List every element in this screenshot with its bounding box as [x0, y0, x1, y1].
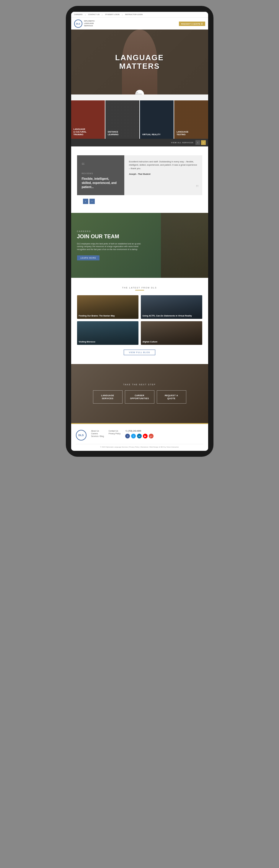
footer-contact-link[interactable]: Contact Us: [108, 430, 120, 432]
service-card-distance-learning[interactable]: DISTANCELEARNING: [105, 100, 140, 139]
service-card-virtual-reality[interactable]: VIRTUAL REALITY: [140, 100, 174, 139]
header-right: REQUEST A QUOTE ☰: [179, 22, 205, 26]
careers-description: DLS employees enjoy the best perks of bo…: [77, 242, 142, 251]
footer-logo: DLS: [76, 430, 87, 440]
request-quote-button[interactable]: REQUEST A QUOTE ☰: [179, 22, 205, 26]
reviews-section: “ REVIEWS Flexible, intelligent, skilled…: [71, 147, 208, 213]
social-facebook-icon[interactable]: f: [125, 434, 130, 438]
footer-logo-circle: DLS: [76, 430, 87, 440]
cta-cards: LANGUAGESERVICES CAREEROPPORTUNITIES REQ…: [93, 390, 186, 404]
blog-card-3[interactable]: Visiting Morocco: [77, 321, 138, 345]
cta-label: TAKE THE NEXT STEP: [123, 383, 156, 385]
footer-careers-link[interactable]: Careers: [91, 433, 104, 435]
review-author: Joseph - Thai Student: [129, 173, 197, 175]
view-full-blog-button[interactable]: VIEW FULL BLOG: [124, 349, 155, 355]
footer-col-about: About Us Careers Services / Blog: [91, 430, 104, 438]
blog-card-title-3: Visiting Morocco: [79, 340, 95, 343]
social-icons: f t in ▶ g+: [125, 434, 154, 438]
blog-card-title-2: Using ACTFL Can-Do Statements in Virtual…: [143, 314, 192, 317]
footer-top: DLS About Us Careers Services / Blog Con…: [76, 430, 204, 440]
review-navigation: ‹ ›: [77, 199, 202, 204]
review-container: “ REVIEWS Flexible, intelligent, skilled…: [77, 155, 202, 195]
blog-card-1[interactable]: Feeding Our Brains: The Ikarian Way: [77, 295, 138, 319]
footer-columns: About Us Careers Services / Blog Contact…: [91, 430, 204, 438]
logo-circle: DLS: [74, 20, 82, 28]
review-prev-button[interactable]: ‹: [83, 199, 88, 204]
blog-card-title-1: Feeding Our Brains: The Ikarian Way: [79, 314, 115, 317]
careers-section-label: CAREERS: [77, 230, 142, 232]
social-twitter-icon[interactable]: t: [131, 434, 136, 438]
social-googleplus-icon[interactable]: g+: [149, 434, 154, 438]
services-next-button[interactable]: ›: [201, 140, 206, 145]
footer-services-link[interactable]: Services / Blog: [91, 435, 104, 437]
service-label-2: DISTANCELEARNING: [108, 130, 119, 136]
social-linkedin-icon[interactable]: in: [137, 434, 142, 438]
services-navigation-arrows: ‹ ›: [195, 140, 206, 145]
careers-content: CAREERS JOIN OUR TEAM DLS employees enjo…: [77, 230, 142, 260]
blog-section: THE LATEST FROM DLS Feeding Our Brains: …: [71, 278, 208, 364]
service-card-language-testing[interactable]: LANGUAGETESTING: [174, 100, 208, 139]
logo[interactable]: DLS DIPLOMATICLANGUAGESERVICES: [74, 20, 95, 28]
blog-card-4[interactable]: Afghan Culture: [141, 321, 202, 345]
cta-career-opportunities[interactable]: CAREEROPPORTUNITIES: [125, 390, 154, 404]
services-prev-button[interactable]: ‹: [195, 140, 200, 145]
footer-about-link[interactable]: About Us: [91, 430, 104, 432]
view-all-services-link[interactable]: VIEW ALL SERVICES: [171, 142, 193, 144]
quote-open-mark: “: [82, 161, 120, 170]
service-card-language-cultural[interactable]: LANGUAGE& CULTURALTRAINING: [71, 100, 105, 139]
careers-link[interactable]: CAREERS: [74, 13, 83, 16]
footer-col-contact: Contact Us Privacy Policy: [108, 430, 120, 438]
hero-title: LANGUAGE MATTERS: [115, 54, 164, 70]
blog-card-title-4: Afghan Culture: [143, 340, 158, 343]
hero-section: LANGUAGE MATTERS OUR SERVICES ↓: [71, 30, 208, 94]
blog-card-image-4: Afghan Culture: [141, 321, 202, 345]
service-label-4: LANGUAGETESTING: [177, 130, 188, 136]
blog-grid: Feeding Our Brains: The Ikarian Way Usin…: [77, 295, 202, 345]
service-label-1: LANGUAGE& CULTURALTRAINING: [73, 128, 87, 136]
review-body-text: Excellent instructors and staff. Outstan…: [129, 160, 197, 170]
view-all-bar: VIEW ALL SERVICES ‹ ›: [71, 139, 208, 147]
site-header: DLS DIPLOMATICLANGUAGESERVICES REQUEST A…: [71, 18, 208, 30]
footer-copyright: © 2024 Diplomatic Language Services | Pr…: [76, 444, 204, 448]
top-navigation: CAREERS ▸ CONTACT US ▸ STUDENT LOGIN ▸ I…: [71, 12, 208, 18]
footer-phone: +1 (703) 243-4855: [125, 430, 154, 432]
review-right-panel: Excellent instructors and staff. Outstan…: [124, 155, 202, 195]
logo-text: DIPLOMATICLANGUAGESERVICES: [84, 20, 95, 27]
cta-section: TAKE THE NEXT STEP LANGUAGESERVICES CARE…: [71, 364, 208, 423]
quote-close-mark: ”: [196, 183, 198, 193]
review-left-panel: “ REVIEWS Flexible, intelligent, skilled…: [77, 155, 124, 195]
careers-person-image: [161, 213, 208, 278]
blog-card-image-3: Visiting Morocco: [77, 321, 138, 345]
services-grid: LANGUAGE& CULTURALTRAINING DISTANCELEARN…: [71, 100, 208, 139]
reviews-label: REVIEWS: [82, 173, 120, 175]
service-label-3: VIRTUAL REALITY: [142, 133, 161, 136]
blog-section-label: THE LATEST FROM DLS: [77, 287, 202, 289]
top-nav-links: CAREERS ▸ CONTACT US ▸ STUDENT LOGIN ▸ I…: [74, 13, 143, 16]
blog-section-underline: [135, 290, 144, 290]
instructor-login-link[interactable]: INSTRUCTOR LOGIN: [125, 13, 143, 16]
social-youtube-icon[interactable]: ▶: [143, 434, 148, 438]
blog-card-2[interactable]: Using ACTFL Can-Do Statements in Virtual…: [141, 295, 202, 319]
contact-link[interactable]: CONTACT US: [88, 13, 99, 16]
footer-col-social: +1 (703) 243-4855 f t in ▶ g+: [125, 430, 154, 438]
careers-learn-more-button[interactable]: LEARN MORE: [77, 255, 100, 260]
services-section: LANGUAGE& CULTURALTRAINING DISTANCELEARN…: [71, 94, 208, 147]
blog-card-image-2: Using ACTFL Can-Do Statements in Virtual…: [141, 295, 202, 319]
careers-section: CAREERS JOIN OUR TEAM DLS employees enjo…: [71, 213, 208, 278]
review-summary-text: Flexible, intelligent, skilled, experien…: [82, 177, 120, 189]
footer-privacy-link[interactable]: Privacy Policy: [108, 433, 120, 435]
careers-title: JOIN OUR TEAM: [77, 234, 142, 240]
site-footer: DLS About Us Careers Services / Blog Con…: [71, 423, 208, 451]
blog-card-image-1: Feeding Our Brains: The Ikarian Way: [77, 295, 138, 319]
review-next-button[interactable]: ›: [89, 199, 95, 204]
cta-language-services[interactable]: LANGUAGESERVICES: [93, 390, 123, 404]
student-login-link[interactable]: STUDENT LOGIN: [105, 13, 120, 16]
cta-request-quote[interactable]: REQUEST AQUOTE: [157, 390, 186, 404]
